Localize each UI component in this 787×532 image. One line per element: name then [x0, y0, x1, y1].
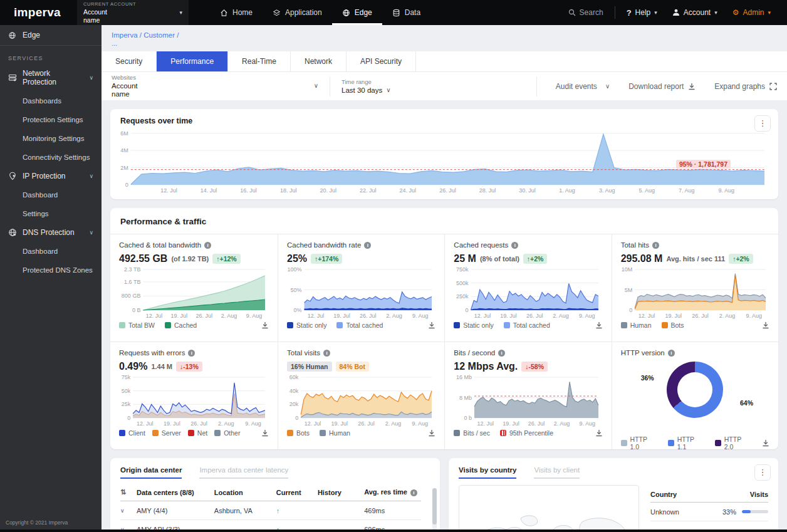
- info-icon[interactable]: i: [410, 489, 417, 496]
- sidebar-item-dashboards[interactable]: Dashboards: [0, 91, 102, 110]
- download-icon: [428, 321, 435, 329]
- svg-text:19. Jul: 19. Jul: [331, 420, 348, 427]
- tab-real-time[interactable]: Real-Time: [228, 51, 291, 71]
- svg-text:60k: 60k: [289, 375, 299, 380]
- legend-label: Total BW: [128, 321, 155, 329]
- current-account-selector[interactable]: CURRENT ACCOUNT Account name ▾: [77, 0, 189, 25]
- info-icon[interactable]: i: [188, 350, 195, 357]
- legend-item: Client: [119, 429, 145, 437]
- help-icon: ?: [627, 8, 632, 18]
- tab-api-security[interactable]: API Security: [347, 51, 416, 71]
- websites-label: Websites: [112, 74, 318, 81]
- col-country: Country: [650, 491, 677, 498]
- svg-text:2. Aug: 2. Aug: [719, 313, 735, 319]
- scrollbar[interactable]: [432, 488, 437, 532]
- sidebar-group-network-protection[interactable]: Network Protection ∨: [0, 64, 102, 91]
- data-icon: [392, 9, 400, 17]
- sidebar-item-dns-dashboard[interactable]: Dashboard: [0, 242, 102, 261]
- download-chart-button[interactable]: [595, 321, 603, 329]
- websites-filter[interactable]: Websites Account name ∨: [112, 74, 318, 98]
- divider: [330, 76, 330, 96]
- tab-origin-data-center[interactable]: Origin data center: [120, 466, 182, 479]
- download-chart-button[interactable]: [762, 439, 769, 447]
- sidebar-group-ip-protection[interactable]: IP Protection ∨: [0, 167, 102, 185]
- tab-imperva-data-center-latency[interactable]: Imperva data center latency: [199, 466, 288, 479]
- download-chart-button[interactable]: [762, 321, 769, 329]
- bits-per-second-chart: 0 b8 Mb16 Mb12. Jul19. Jul26. Jul2. Aug9…: [454, 375, 602, 427]
- legend-item: Human: [320, 429, 350, 437]
- sidebar-item-protected-dns-zones[interactable]: Protected DNS Zones: [0, 261, 102, 279]
- metric-sub: 1.44 M: [151, 363, 172, 370]
- table-row[interactable]: ∨ AMY (4/4) Ashburn, VA ↑ 469ms: [120, 501, 421, 520]
- info-icon[interactable]: i: [204, 242, 211, 249]
- tab-performance[interactable]: Performance: [157, 51, 228, 71]
- errors-chart: 025k50k75k12. Jul19. Jul26. Jul2. Aug9. …: [119, 375, 269, 427]
- sidebar-item-monitoring-settings[interactable]: Monitoring Settings: [0, 129, 102, 148]
- nav-item-data[interactable]: Data: [382, 0, 430, 25]
- scrollbar-thumb[interactable]: [432, 488, 437, 524]
- trend-badge: ↑+2%: [523, 254, 548, 264]
- svg-text:8 Mb: 8 Mb: [459, 395, 472, 401]
- legend-label: Human: [329, 429, 350, 437]
- expand-graphs-button[interactable]: Expand graphs: [714, 82, 777, 91]
- trend-badge: ↑+174%: [311, 254, 342, 264]
- svg-text:2. Aug: 2. Aug: [218, 420, 234, 427]
- sidebar-item-ip-settings[interactable]: Settings: [0, 204, 102, 223]
- time-range-filter[interactable]: Time range Last 30 days ∨: [341, 78, 391, 94]
- chevron-down-icon[interactable]: ∨: [120, 508, 137, 514]
- account-menu[interactable]: Account ▾: [665, 8, 725, 17]
- performance-traffic-card: Performance & traffic Cached & total ban…: [110, 208, 778, 449]
- metric-bits-per-second: Bits / secondi 12 Mbps Avg. ↓-58% 0 b8 M…: [444, 342, 611, 449]
- download-chart-button[interactable]: [428, 429, 435, 437]
- svg-text:19. Jul: 19. Jul: [665, 313, 682, 319]
- info-icon[interactable]: i: [511, 242, 518, 249]
- download-report-button[interactable]: Download report: [628, 82, 696, 91]
- nav-item-home[interactable]: Home: [210, 0, 263, 25]
- tab-visits-by-country[interactable]: Visits by country: [459, 466, 516, 479]
- chevron-down-icon: ∨: [386, 86, 390, 93]
- nav-item-label: Edge: [355, 8, 372, 17]
- chevron-down-icon: ▾: [654, 9, 657, 16]
- download-chart-button[interactable]: [261, 321, 269, 329]
- nav-item-edge[interactable]: Edge: [332, 0, 382, 25]
- sidebar-item-ip-dashboard[interactable]: Dashboard: [0, 185, 102, 204]
- svg-text:12. Jul: 12. Jul: [638, 313, 655, 319]
- sidebar-header-edge[interactable]: Edge: [0, 25, 102, 46]
- info-icon[interactable]: i: [498, 350, 505, 357]
- admin-menu[interactable]: ⚙ Admin ▾: [725, 8, 778, 17]
- download-chart-button[interactable]: [428, 321, 435, 329]
- info-icon[interactable]: i: [652, 242, 659, 249]
- download-chart-button[interactable]: [595, 429, 603, 437]
- sidebar-item-connectivity-settings[interactable]: Connectivity Settings: [0, 148, 102, 167]
- legend-label: Human: [630, 321, 652, 329]
- help-menu[interactable]: ? Help ▾: [619, 8, 665, 18]
- download-chart-button[interactable]: [261, 429, 269, 437]
- info-icon[interactable]: i: [364, 242, 371, 249]
- tab-visits-by-client[interactable]: Visits by client: [534, 466, 580, 479]
- data-centers-table: ⇅ Data centers (8/8) Location Current Hi…: [120, 484, 421, 532]
- info-icon[interactable]: i: [323, 350, 330, 357]
- tab-security[interactable]: Security: [102, 51, 157, 71]
- breadcrumb[interactable]: Imperva / Customer /: [102, 25, 787, 39]
- table-row[interactable]: Unknown 33%: [650, 503, 768, 521]
- expand-all-icon[interactable]: ⇅: [120, 488, 137, 496]
- info-icon[interactable]: i: [668, 350, 675, 357]
- audit-events-dropdown[interactable]: Audit events ∨: [556, 82, 610, 91]
- legend-swatch: [214, 430, 221, 436]
- application-icon: [273, 9, 281, 17]
- search-button[interactable]: Search: [561, 8, 611, 17]
- legend-label: Bits / sec: [463, 429, 490, 437]
- sidebar-group-dns-protection[interactable]: DNS Protection ∨: [0, 223, 102, 242]
- network-protection-icon: [8, 73, 17, 82]
- nav-item-application[interactable]: Application: [263, 0, 332, 25]
- legend-item: HTTP 1.1: [668, 436, 705, 451]
- donut-chart: [667, 362, 723, 418]
- requests-over-time-chart: 02M4M6M12. Jul14. Jul16. Jul18. Jul20. J…: [120, 129, 768, 194]
- chevron-down-icon: ▾: [714, 9, 717, 16]
- svg-text:0: 0: [629, 307, 632, 313]
- tab-network[interactable]: Network: [291, 51, 347, 71]
- legend-swatch: [152, 430, 159, 436]
- sidebar-item-protection-settings[interactable]: Protection Settings: [0, 110, 102, 129]
- metric-title: Total hits: [621, 241, 649, 249]
- kebab-menu-button[interactable]: ⋮: [754, 464, 771, 481]
